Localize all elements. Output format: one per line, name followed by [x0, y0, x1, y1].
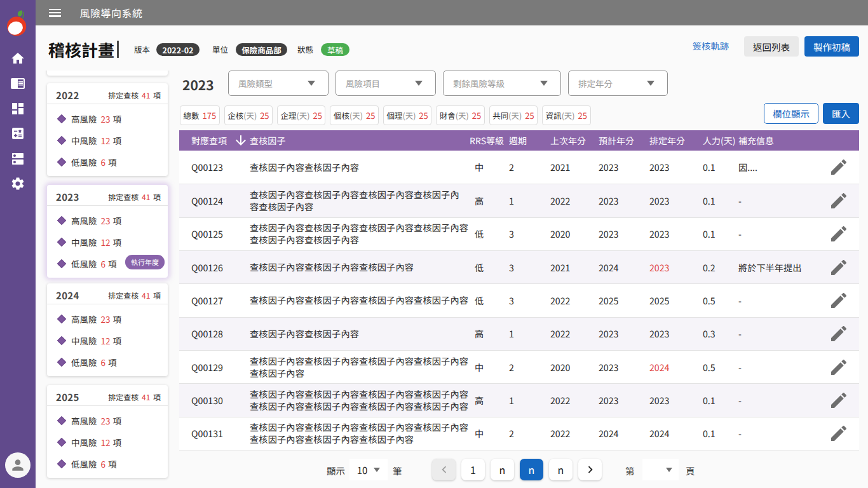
risk-label: 低風險 [71, 156, 97, 168]
year-label: 2023 [56, 190, 79, 203]
cell-rrs: 低 [470, 227, 509, 240]
table-actions: 欄位顯示 匯入 [764, 103, 859, 124]
filter-select-1[interactable]: 風險類型 [228, 71, 329, 96]
cell-last-year: 2022 [550, 294, 599, 307]
stat-label: 共同 [492, 109, 508, 121]
year-card-partial[interactable] [47, 71, 168, 76]
nav-reader[interactable] [0, 71, 36, 97]
risk-row: 高風險23項 [47, 108, 168, 130]
cell-edit [821, 390, 859, 410]
stat-label: 財會 [440, 109, 456, 121]
menu-icon[interactable] [49, 9, 61, 17]
diamond-icon [57, 216, 66, 225]
year-card-head: 2023排定查核 41 項 [47, 185, 168, 206]
page-buttons: 1nnn [432, 459, 602, 480]
year-card-rows: 高風險23項中風險12項低風險6項 [47, 406, 168, 478]
stat-paren: (天) [456, 109, 469, 121]
col-factor[interactable]: 查核因子 [250, 135, 470, 147]
table-row-Q00128: Q00128查核因子內容查核因子內容高12022202320230.3- [179, 317, 859, 350]
edit-icon[interactable] [829, 423, 849, 444]
year-card-2025[interactable]: 2025排定查核 41 項高風險23項中風險12項低風險6項 [47, 385, 168, 478]
stat-label: 個核 [334, 109, 349, 121]
back-button[interactable]: 返回列表 [744, 36, 799, 57]
risk-unit: 項 [108, 156, 117, 168]
stat-paren: (天) [243, 109, 257, 121]
prev-page-button[interactable] [432, 459, 456, 480]
stat-count: 25 [260, 109, 269, 121]
edit-icon[interactable] [829, 157, 849, 177]
cell-expected-year: 2023 [599, 194, 649, 207]
cell-edit [821, 157, 859, 177]
filter-select-2[interactable]: 風險項目 [336, 71, 436, 96]
page-button-4[interactable]: n [549, 459, 573, 480]
cell-rrs: 低 [470, 294, 509, 307]
edit-icon[interactable] [829, 323, 849, 344]
year-card-2022[interactable]: 2022排定查核 41 項高風險23項中風險12項低風險6項 [47, 83, 168, 176]
diamond-icon [57, 158, 66, 166]
draft-button[interactable]: 製作初稿 [804, 36, 859, 57]
nav-dns[interactable] [0, 146, 36, 172]
table-row-Q00124: Q00124查核因子內容查核因子內容查核因子內容查核因子內 容查核因子內容高12… [179, 184, 859, 217]
columns-button[interactable]: 欄位顯示 [764, 103, 818, 124]
edit-icon[interactable] [829, 257, 849, 278]
cell-rrs: 中 [470, 161, 509, 173]
next-page-button[interactable] [578, 459, 602, 480]
stat-paren: (天) [508, 109, 522, 121]
risk-unit: 項 [113, 436, 122, 449]
year-card-2024[interactable]: 2024排定查核 41 項高風險23項中風險12項低風險6項 [47, 283, 168, 376]
edit-icon[interactable] [829, 191, 849, 211]
cell-effort: 0.1 [703, 394, 738, 407]
cell-scheduled-year: 2024 [649, 427, 703, 440]
stat-count: 175 [203, 109, 217, 121]
cell-expected-year: 2023 [599, 394, 649, 407]
year-card-2023[interactable]: 2023排定查核 41 項高風險23項中風險12項低風險6項執行年度 [47, 185, 168, 278]
cell-effort: 0.2 [703, 261, 738, 274]
trail-link[interactable]: 簽核軌跡 [693, 39, 729, 52]
title-divider [117, 41, 119, 58]
cell-expected-year: 2023 [599, 161, 649, 173]
filter-select-4[interactable]: 排定年分 [568, 71, 668, 96]
stat-chip-個核: 個核(天)25 [330, 105, 378, 125]
table-row-Q00130: Q00130查核因子內容查核因子內容查核因子內容查核因子內容 查核因子內容查核因… [179, 383, 859, 416]
cell-cycle: 3 [509, 294, 550, 307]
risk-label: 中風險 [71, 134, 97, 147]
stat-paren: (天) [562, 109, 575, 121]
rail-nav [0, 46, 36, 196]
nav-calculator[interactable] [0, 121, 36, 147]
nav-settings[interactable] [0, 172, 36, 197]
active-year-badge: 執行年度 [125, 255, 165, 269]
stat-label: 資訊 [546, 109, 562, 121]
page-button-1[interactable]: 1 [461, 459, 485, 480]
cell-factor: 查核因子內容查核因子內容查核因子內容查核因子內 容查核因子內容 [250, 189, 470, 213]
cell-factor: 查核因子內容查核因子內容 [250, 328, 470, 340]
cell-note: 將於下半年提出 [738, 261, 821, 274]
jump-page-select[interactable] [642, 459, 679, 480]
import-button[interactable]: 匯入 [823, 103, 859, 124]
user-avatar[interactable] [5, 452, 31, 478]
filter-placeholder: 風險類型 [238, 77, 273, 90]
page-button-3[interactable]: n [520, 459, 543, 480]
page-button-2[interactable]: n [491, 459, 514, 480]
edit-icon[interactable] [829, 357, 849, 377]
page-size-select[interactable]: 10 [349, 459, 388, 480]
cell-scheduled-year: 2023 [649, 227, 703, 240]
filter-select-3[interactable]: 剩餘風險等級 [443, 71, 561, 96]
col-note: 補充信息 [738, 134, 821, 147]
page-size-value: 10 [357, 463, 368, 477]
selected-year-title: 2023 [182, 75, 214, 94]
cell-scheduled-year: 2025 [649, 294, 703, 307]
audit-table: 對應查項 查核因子 RRS等級 週期 上次年分 預計年分 排定年分 人力(天) … [179, 130, 859, 451]
stat-count: 25 [313, 109, 322, 121]
nav-home[interactable] [0, 46, 36, 71]
nav-dashboard[interactable] [0, 96, 36, 121]
dropdown-arrow-icon [666, 468, 672, 472]
edit-icon[interactable] [829, 290, 849, 311]
risk-row: 高風險23項 [47, 210, 168, 231]
page-label: 頁 [686, 464, 695, 477]
edit-icon[interactable] [829, 224, 849, 244]
stat-paren: (天) [297, 109, 310, 121]
cell-factor: 查核因子內容查核因子內容查核因子內容查核因子內容 查核因子內容查核因子內容查核因… [250, 421, 470, 445]
cell-cycle: 2 [509, 161, 550, 173]
edit-icon[interactable] [829, 390, 849, 410]
main-panel: 2023 風險類型風險項目剩餘風險等級排定年分 總數175企核(天)25企理(天… [179, 67, 859, 488]
